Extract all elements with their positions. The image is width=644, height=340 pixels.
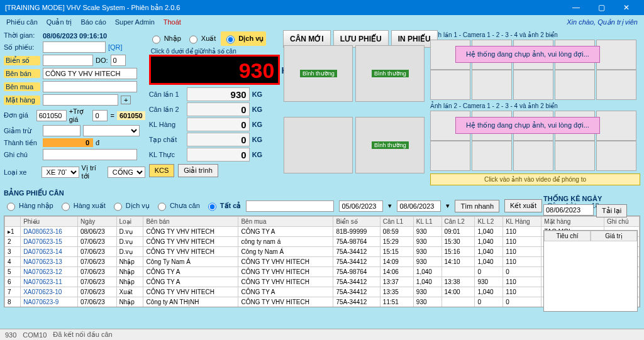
radio-xuat-input[interactable]: [189, 34, 197, 45]
col-phieu[interactable]: Phiếu: [21, 217, 78, 227]
ketxuat-button[interactable]: Kết xuất: [504, 199, 542, 212]
col-benban[interactable]: Bên bán: [143, 217, 238, 227]
col-kll1[interactable]: KL L1: [413, 217, 441, 227]
weight-display-box[interactable]: Click ô dưới để giữ/nhả số cân 930 KG: [149, 55, 280, 85]
giamtru-input[interactable]: [43, 125, 80, 136]
radio-dichvu[interactable]: Dịch vụ: [221, 31, 266, 46]
status-weight: 930: [5, 331, 16, 339]
weigh-panel: Nhập Xuất Dịch vụ Click ô dưới để giữ/nh…: [149, 31, 280, 185]
radio-nhap[interactable]: Nhập: [149, 32, 181, 45]
radio-xuat[interactable]: Xuất: [186, 32, 216, 45]
bienso-input[interactable]: [43, 55, 93, 66]
ghichu-input[interactable]: [43, 149, 137, 160]
menu-quantri[interactable]: Quản trị: [47, 18, 72, 26]
trogia-input[interactable]: [92, 110, 108, 121]
cam-preview-1[interactable]: Bình thường: [284, 45, 353, 102]
snapshot-thumb[interactable]: [555, 141, 595, 171]
qr-link[interactable]: [QR]: [108, 43, 123, 51]
radio-nhap-input[interactable]: [152, 34, 160, 45]
giamtru-select[interactable]: [83, 125, 140, 136]
welcome-text: Xin chào, Quản trị viên: [567, 18, 638, 26]
cam-preview-4[interactable]: Bình thường: [355, 117, 425, 173]
snapshot-thumb[interactable]: [596, 141, 636, 171]
canlan2-label: Cân lần 2: [149, 106, 184, 114]
snapshot-thumb[interactable]: [555, 70, 595, 100]
unit-kg: KG: [252, 106, 267, 113]
dongia-input[interactable]: [36, 110, 67, 121]
kcs-button[interactable]: KCS: [149, 164, 175, 177]
menu-thoat[interactable]: Thoát: [164, 18, 181, 26]
search-input[interactable]: [246, 200, 334, 212]
mathang-label: Mặt hàng: [4, 96, 40, 105]
radio-dichvu-input[interactable]: [226, 34, 235, 45]
filter-chuacan-radio[interactable]: [158, 201, 166, 212]
stats-title: THỐNG KÊ NGÀY: [543, 195, 602, 202]
col-loai[interactable]: Loại: [116, 217, 143, 227]
status-bar: 930 COM10 Đã kết nối đầu cân: [0, 329, 644, 340]
snapshot-thumb[interactable]: [472, 70, 512, 100]
trogia-label: +Trợ giá: [69, 107, 91, 123]
col-ngay[interactable]: Ngày: [77, 217, 116, 227]
minimize-icon[interactable]: —: [564, 0, 589, 15]
col-bienso[interactable]: Biển số: [333, 217, 380, 227]
snapshot-thumb[interactable]: [472, 141, 512, 171]
filter-hangxuat-radio[interactable]: [62, 201, 70, 212]
snapshot-thumb[interactable]: [596, 40, 636, 70]
filter-dichvu-radio[interactable]: [114, 201, 122, 212]
col-benmua[interactable]: Bên mua: [238, 217, 333, 227]
calendar-icon[interactable]: ▾: [446, 202, 450, 210]
tapchat-label: Tạp chất: [149, 136, 184, 144]
tailai-button[interactable]: Tải lại: [596, 204, 627, 217]
filter-hangxuat[interactable]: Hàng xuất: [58, 199, 106, 212]
benban-input[interactable]: [43, 68, 137, 79]
loaixe-label: Loại xe: [4, 168, 39, 177]
menu-phieucan[interactable]: Phiếu cân: [6, 18, 38, 26]
cam-preview-2[interactable]: Bình thường: [355, 45, 425, 102]
col-kll2[interactable]: KL L2: [475, 217, 503, 227]
sophieu-input[interactable]: [43, 41, 106, 53]
timnhanh-button[interactable]: Tìm nhanh: [455, 200, 499, 212]
col-canl1[interactable]: Cân L1: [380, 217, 413, 227]
loaixe-select[interactable]: XE 70T: [42, 167, 79, 178]
cam-preview-3[interactable]: [284, 117, 353, 173]
snapshot-thumb[interactable]: [596, 111, 636, 141]
filter-dichvu[interactable]: Dịch vụ: [111, 199, 150, 212]
filter-hangnhap[interactable]: Hàng nhập: [4, 199, 53, 212]
filter-chuacan[interactable]: Chưa cân: [155, 199, 200, 212]
filter-tatca-radio[interactable]: [208, 201, 216, 212]
snapshot-thumb[interactable]: [430, 70, 470, 100]
calendar-icon[interactable]: ▾: [388, 202, 392, 210]
maximize-icon[interactable]: ▢: [589, 0, 614, 15]
snapshot-thumb[interactable]: [596, 70, 636, 100]
thanhtien-label: Thành tiền: [4, 139, 40, 147]
stats-date-input[interactable]: [543, 204, 594, 216]
filter-tatca[interactable]: Tất cả: [205, 199, 242, 212]
giaitrinh-button[interactable]: Giải trình: [178, 164, 218, 177]
snapshot-thumb[interactable]: [513, 70, 553, 100]
zoom-hint: Click vào ảnh vào video để phóng to: [430, 173, 640, 185]
vitritoi-select[interactable]: CỔNG 3: [108, 167, 145, 178]
col-klhang[interactable]: KL Hàng: [503, 217, 541, 227]
snapshot-thumb[interactable]: [513, 141, 553, 171]
tapchat-value: 0: [187, 133, 250, 146]
menu-baocao[interactable]: Báo cáo: [80, 18, 106, 26]
snapshot-thumb[interactable]: [430, 141, 470, 171]
col-canl2[interactable]: Cân L2: [441, 217, 475, 227]
unit-kg: KG: [252, 90, 267, 98]
canlan2-value: 0: [187, 102, 250, 116]
date-to-input[interactable]: [397, 200, 441, 212]
benmua-label: Bên mua: [4, 82, 40, 91]
mathang-input[interactable]: [43, 94, 118, 106]
cam-status-tag: Bình thường: [372, 70, 409, 77]
canlan1-label: Cân lần 1: [149, 90, 184, 99]
window-title: [TRAINING MODE] VHV Scale System - Phiên…: [5, 4, 180, 12]
close-icon[interactable]: ✕: [614, 0, 639, 15]
menu-superadmin[interactable]: Super Admin: [115, 18, 155, 26]
do-input[interactable]: [111, 55, 126, 66]
benmua-input[interactable]: [43, 81, 137, 92]
date-from-input[interactable]: [339, 200, 383, 212]
weight-hint: Click ô dưới để giữ/nhả số cân: [151, 48, 236, 55]
filter-hangnhap-radio[interactable]: [7, 201, 15, 212]
mathang-plus-icon[interactable]: +: [121, 96, 131, 104]
stats-table: Tiêu chíGiá trị: [543, 230, 638, 312]
